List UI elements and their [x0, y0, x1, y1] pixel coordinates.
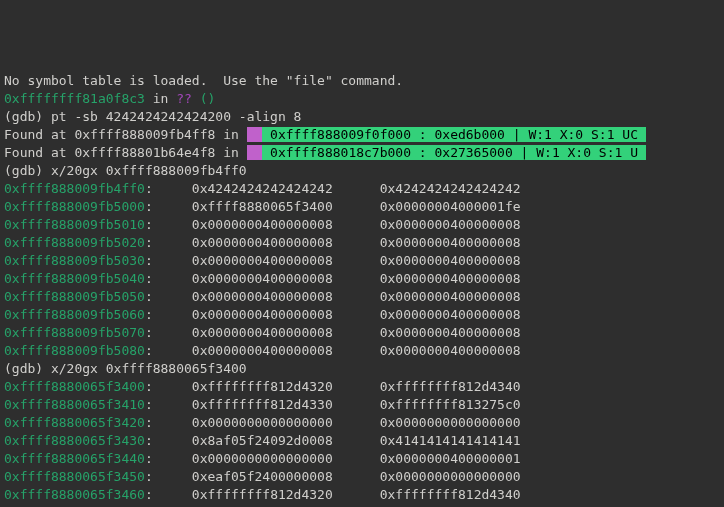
memval: 0x4242424242424242 — [192, 181, 333, 196]
memval: 0x0000000400000008 — [192, 343, 333, 358]
memval: 0x0000000400000008 — [380, 325, 521, 340]
terminal-line: 0xffff8880065f3410: 0xffffffff812d4330 0… — [4, 396, 720, 414]
memval: 0xffffffff812d4320 — [192, 379, 333, 394]
memval: 0x0000000400000008 — [192, 289, 333, 304]
memaddr: 0xffff888009fb5040 — [4, 271, 145, 286]
memval: 0x0000000400000001 — [380, 451, 521, 466]
memval: 0xffffffff812d4330 — [192, 397, 333, 412]
terminal-line: 0xffff888009fb5060: 0x0000000400000008 0… — [4, 306, 720, 324]
terminal-line: 0xffff888009fb5000: 0xffff8880065f3400 0… — [4, 198, 720, 216]
terminal-line: 0xffffffff81a0f8c3 in ?? () — [4, 90, 720, 108]
memval: 0x0000000000000000 — [192, 451, 333, 466]
terminal-line: 0xffff888009fb5050: 0x0000000400000008 0… — [4, 288, 720, 306]
gdb-command: (gdb) pt -sb 4242424242424200 -align 8 — [4, 109, 301, 124]
memaddr: 0xffff888009fb4ff0 — [4, 181, 145, 196]
memaddr: 0xffff8880065f3420 — [4, 415, 145, 430]
terminal-line: 0xffff8880065f3460: 0xffffffff812d4320 0… — [4, 486, 720, 504]
addr: 0xffffffff81a0f8c3 — [4, 91, 145, 106]
memaddr: 0xffff8880065f3450 — [4, 469, 145, 484]
memaddr: 0xffff888009fb5050 — [4, 289, 145, 304]
terminal-line: 0xffff8880065f3420: 0x0000000000000000 0… — [4, 414, 720, 432]
terminal-line: 0xffff8880065f3440: 0x0000000000000000 0… — [4, 450, 720, 468]
marker — [247, 127, 263, 142]
terminal-line: 0xffff888009fb5010: 0x0000000400000008 0… — [4, 216, 720, 234]
terminal-line: 0xffff888009fb5030: 0x0000000400000008 0… — [4, 252, 720, 270]
memaddr: 0xffff888009fb5060 — [4, 307, 145, 322]
memval: 0xffffffff812d4340 — [380, 487, 521, 502]
unknown-symbol: ?? — [176, 91, 199, 106]
memval: 0x0000000000000000 — [380, 469, 521, 484]
memval: 0x0000000400000008 — [380, 307, 521, 322]
terminal-line: 0xffff888009fb5070: 0x0000000400000008 0… — [4, 324, 720, 342]
memval: 0xeaf05f2400000008 — [192, 469, 333, 484]
memaddr: 0xffff888009fb5030 — [4, 253, 145, 268]
memaddr: 0xffff8880065f3440 — [4, 451, 145, 466]
terminal-line: Found at 0xffff88801b64e4f8 in 0xffff888… — [4, 144, 720, 162]
gdb-command: (gdb) x/20gx 0xffff888009fb4ff0 — [4, 163, 247, 178]
found-highlight: 0xffff888018c7b000 : 0x27365000 | W:1 X:… — [262, 145, 646, 160]
marker — [247, 145, 263, 160]
memval: 0x0000000400000008 — [192, 235, 333, 250]
memval: 0xffffffff813275c0 — [380, 397, 521, 412]
gdb-command: (gdb) x/20gx 0xffff8880065f3400 — [4, 361, 247, 376]
terminal-line: 0xffff888009fb4ff0: 0x4242424242424242 0… — [4, 180, 720, 198]
memval: 0x0000000400000008 — [380, 289, 521, 304]
memval: 0xffffffff812d4340 — [380, 379, 521, 394]
memval: 0xffffffff812d4320 — [192, 487, 333, 502]
terminal-line: (gdb) pt -sb 4242424242424200 -align 8 — [4, 108, 720, 126]
memaddr: 0xffff888009fb5020 — [4, 235, 145, 250]
memval: 0x0000000400000008 — [192, 307, 333, 322]
memaddr: 0xffff888009fb5070 — [4, 325, 145, 340]
terminal-output: { "top": { "err_trunc": " ", "no_sym": "… — [0, 18, 724, 507]
terminal-line: 0xffff8880065f3450: 0xeaf05f2400000008 0… — [4, 468, 720, 486]
memval: 0x8af05f24092d0008 — [192, 433, 333, 448]
memaddr: 0xffff888009fb5080 — [4, 343, 145, 358]
memval: 0x0000000400000008 — [192, 271, 333, 286]
memval: 0x0000000400000008 — [380, 343, 521, 358]
memval: 0xffff8880065f3400 — [192, 199, 333, 214]
memval: 0x0000000400000008 — [192, 217, 333, 232]
memval: 0x0000000400000008 — [192, 325, 333, 340]
terminal-line: 0xffff8880065f3400: 0xffffffff812d4320 0… — [4, 378, 720, 396]
text: No symbol table is loaded. Use the "file… — [4, 73, 403, 88]
found-highlight: 0xffff888009f0f000 : 0xed6b000 | W:1 X:0… — [262, 127, 646, 142]
terminal-line: Found at 0xffff888009fb4ff8 in 0xffff888… — [4, 126, 720, 144]
memval: 0x0000000400000008 — [380, 271, 521, 286]
terminal-line: (gdb) x/20gx 0xffff888009fb4ff0 — [4, 162, 720, 180]
terminal-line: 0xffff8880065f3430: 0x8af05f24092d0008 0… — [4, 432, 720, 450]
memaddr: 0xffff8880065f3400 — [4, 379, 145, 394]
memaddr: 0xffff8880065f3430 — [4, 433, 145, 448]
memval: 0x0000000400000008 — [380, 235, 521, 250]
memaddr: 0xffff888009fb5000 — [4, 199, 145, 214]
memval: 0x0000000000000000 — [380, 415, 521, 430]
terminal-line: No symbol table is loaded. Use the "file… — [4, 72, 720, 90]
memaddr: 0xffff8880065f3460 — [4, 487, 145, 502]
terminal-line: (gdb) x/20gx 0xffff8880065f3400 — [4, 360, 720, 378]
memval: 0x4242424242424242 — [380, 181, 521, 196]
terminal-line: 0xffff888009fb5040: 0x0000000400000008 0… — [4, 270, 720, 288]
memaddr: 0xffff888009fb5010 — [4, 217, 145, 232]
terminal-line: 0xffff888009fb5080: 0x0000000400000008 0… — [4, 342, 720, 360]
memval: 0x00000004000001fe — [380, 199, 521, 214]
memval: 0x0000000400000008 — [192, 253, 333, 268]
memaddr: 0xffff8880065f3410 — [4, 397, 145, 412]
memval: 0x0000000000000000 — [192, 415, 333, 430]
terminal-line: 0xffff888009fb5020: 0x0000000400000008 0… — [4, 234, 720, 252]
memval: 0x0000000400000008 — [380, 217, 521, 232]
memval: 0x0000000400000008 — [380, 253, 521, 268]
memval: 0x4141414141414141 — [380, 433, 521, 448]
